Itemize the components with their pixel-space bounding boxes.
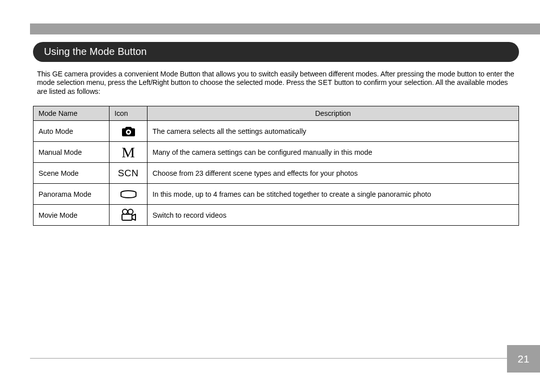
page-content: Using the Mode Button This GE camera pro… [33, 42, 519, 226]
mode-desc-cell: Choose from 23 different scene types and… [148, 163, 519, 184]
mode-name-cell: Auto Mode [34, 121, 110, 142]
svg-rect-4 [122, 214, 132, 220]
mode-desc-cell: Switch to record videos [148, 205, 519, 226]
camera-icon [110, 122, 147, 140]
header-icon: Icon [110, 106, 148, 121]
header-mode-name: Mode Name [34, 106, 110, 121]
footer-rule [30, 358, 519, 359]
modes-table: Mode Name Icon Description Auto Mode [33, 106, 519, 226]
top-gray-bar [30, 23, 540, 34]
mode-icon-cell [110, 121, 148, 142]
mode-icon-cell [110, 184, 148, 205]
mode-name-cell: Movie Mode [34, 205, 110, 226]
svg-point-3 [128, 209, 133, 214]
scn-icon: SCN [110, 164, 147, 182]
table-row: Auto Mode The camera selects all the set… [34, 121, 519, 142]
table-header-row: Mode Name Icon Description [34, 106, 519, 121]
table-row: Movie Mode Switch to record videos [34, 205, 519, 226]
mode-desc-cell: The camera selects all the settings auto… [148, 121, 519, 142]
set-button-label: SET [318, 78, 332, 86]
mode-icon-cell: M [110, 142, 148, 163]
mode-desc-cell: In this mode, up to 4 frames can be stit… [148, 184, 519, 205]
section-heading: Using the Mode Button [33, 42, 519, 62]
manual-m-icon: M [110, 143, 147, 161]
mode-name-cell: Panorama Mode [34, 184, 110, 205]
panorama-icon [110, 185, 147, 203]
table-row: Manual Mode M Many of the camera setting… [34, 142, 519, 163]
table-row: Scene Mode SCN Choose from 23 different … [34, 163, 519, 184]
movie-camera-icon [110, 206, 147, 224]
mode-icon-cell [110, 205, 148, 226]
table-row: Panorama Mode In this mode, up to 4 fram… [34, 184, 519, 205]
svg-point-2 [122, 209, 128, 214]
intro-paragraph: This GE camera provides a convenient Mod… [33, 70, 519, 96]
mode-desc-cell: Many of the camera settings can be confi… [148, 142, 519, 163]
mode-name-cell: Scene Mode [34, 163, 110, 184]
page-number-tab: 21 [507, 345, 540, 373]
svg-point-1 [127, 131, 130, 133]
header-description: Description [148, 106, 519, 121]
mode-icon-cell: SCN [110, 163, 148, 184]
mode-name-cell: Manual Mode [34, 142, 110, 163]
